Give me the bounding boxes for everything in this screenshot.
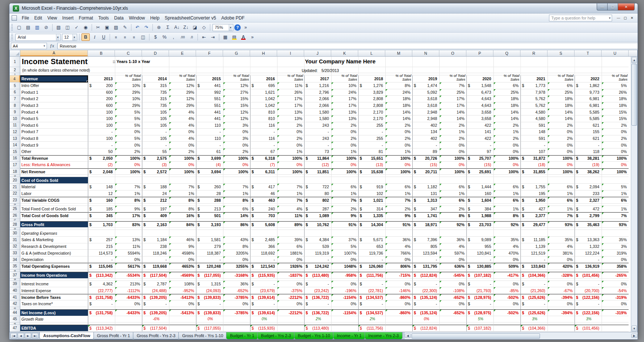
- cell-p41[interactable]: $(128,975): [466, 294, 493, 301]
- cell-i1[interactable]: [277, 57, 304, 67]
- cell-g4[interactable]: % of TotalSales: [223, 75, 250, 82]
- cell-p6[interactable]: 6,473: [466, 89, 493, 96]
- cell-b37[interactable]: $(113,342): [88, 272, 115, 279]
- select-all-corner[interactable]: [10, 50, 20, 56]
- cell-j44[interactable]: $(136,722): [304, 309, 331, 316]
- cell-p13[interactable]: 422: [466, 135, 493, 142]
- cell-h1[interactable]: [250, 57, 277, 67]
- cell-q4[interactable]: % of TotalSales: [493, 75, 520, 82]
- row-header-35[interactable]: 35: [10, 263, 20, 270]
- cell-b47[interactable]: $(113,342): [88, 325, 115, 332]
- cell-n20[interactable]: [412, 177, 439, 184]
- cell-d30[interactable]: [142, 230, 169, 237]
- column-header-h[interactable]: H: [250, 50, 277, 56]
- cell-f11[interactable]: 110: [196, 122, 223, 129]
- undo-icon[interactable]: ↶: [133, 24, 142, 31]
- cell-f13[interactable]: 110: [196, 135, 223, 142]
- cell-d44[interactable]: $(139,205): [142, 309, 169, 316]
- cell-d6[interactable]: 735: [142, 89, 169, 96]
- cell-f22[interactable]: 28: [196, 190, 223, 197]
- cell-m30[interactable]: [385, 230, 412, 237]
- cell-a44[interactable]: Net Income (Loss): [20, 309, 88, 316]
- sort-ascending-icon[interactable]: A↓: [173, 24, 181, 31]
- cell-k5[interactable]: 10%: [331, 82, 358, 89]
- cell-i45[interactable]: [277, 316, 304, 323]
- cell-k14[interactable]: 0%: [331, 142, 358, 148]
- cell-m17[interactable]: 0%: [385, 162, 412, 168]
- column-header-s[interactable]: S: [547, 50, 575, 56]
- cell-c12[interactable]: 0%: [115, 129, 142, 135]
- cell-i14[interactable]: 0%: [277, 142, 304, 148]
- cell-o12[interactable]: 1%: [439, 129, 466, 135]
- cell-j30[interactable]: [304, 230, 331, 237]
- chart-wizard-icon[interactable]: ◪: [191, 24, 199, 31]
- cell-t15[interactable]: 118: [575, 148, 602, 155]
- cell-u4[interactable]: % of TotalSales: [602, 75, 629, 82]
- cell-s6[interactable]: 25%: [547, 89, 575, 96]
- cell-m23[interactable]: 7%: [385, 197, 412, 204]
- cell-t12[interactable]: 155: [575, 129, 602, 135]
- cell-m26[interactable]: 9%: [385, 212, 412, 219]
- cell-c9[interactable]: 5%: [115, 109, 142, 116]
- cell-e32[interactable]: 9%: [169, 243, 196, 250]
- cell-l20[interactable]: [358, 177, 385, 184]
- cell-n34[interactable]: -: [412, 256, 439, 263]
- cell-e6[interactable]: 29%: [169, 89, 196, 96]
- cell-e12[interactable]: 0%: [169, 129, 196, 135]
- cell-o10[interactable]: 14%: [439, 116, 466, 122]
- cell-e22[interactable]: 1%: [169, 190, 196, 197]
- column-header-c[interactable]: C: [115, 50, 142, 56]
- print-icon[interactable]: ▧: [54, 24, 63, 31]
- cell-q26[interactable]: 8%: [493, 212, 520, 219]
- title-bar[interactable]: X Microsoft Excel - Financials--Comprehe…: [9, 3, 638, 14]
- cell-d14[interactable]: -: [142, 142, 169, 148]
- increase-decimal-button[interactable]: .00: [178, 33, 187, 41]
- cell-e21[interactable]: 7%: [169, 184, 196, 190]
- cell-u12[interactable]: 0%: [602, 129, 629, 135]
- cell-b6[interactable]: 600: [88, 89, 115, 96]
- cell-b22[interactable]: 12: [88, 190, 115, 197]
- cell-o2[interactable]: [439, 67, 466, 73]
- cell-o47[interactable]: [439, 325, 466, 332]
- cell-q21[interactable]: 6%: [493, 184, 520, 190]
- cell-c15[interactable]: 2%: [115, 148, 142, 155]
- cell-g30[interactable]: [223, 230, 250, 237]
- cell-u42[interactable]: 0%: [602, 300, 629, 307]
- cell-l42[interactable]: $-: [358, 300, 385, 307]
- cell-s18[interactable]: 100%: [547, 168, 575, 175]
- cell-r25[interactable]: $427: [520, 206, 547, 213]
- cell-e11[interactable]: 4%: [169, 122, 196, 129]
- row-header-40[interactable]: 40: [10, 287, 20, 294]
- cell-p22[interactable]: 160: [466, 190, 493, 197]
- cell-q2[interactable]: [493, 67, 520, 73]
- cell-h10[interactable]: 810: [250, 116, 277, 122]
- cell-i28[interactable]: 89%: [277, 221, 304, 228]
- formatting-toolbar-options-icon[interactable]: »: [248, 33, 256, 41]
- cell-b14[interactable]: -: [88, 142, 115, 148]
- cell-l37[interactable]: $(111,756): [358, 272, 385, 279]
- cell-h18[interactable]: $6,311: [250, 168, 277, 175]
- spelling-icon[interactable]: ✓: [72, 24, 81, 31]
- permission-icon[interactable]: ⊘: [42, 24, 50, 31]
- cell-f47[interactable]: $(117,055): [196, 325, 223, 332]
- cell-o25[interactable]: 2%: [439, 206, 466, 213]
- cell-c16[interactable]: 100%: [115, 155, 142, 162]
- cell-f37[interactable]: $(117,055): [196, 272, 223, 279]
- cell-b13[interactable]: 100: [88, 135, 115, 142]
- cell-c30[interactable]: [115, 230, 142, 237]
- cell-m40[interactable]: -146%: [385, 287, 412, 294]
- cell-t9[interactable]: 5,585: [575, 109, 602, 116]
- cell-p16[interactable]: $25,707: [466, 155, 493, 162]
- cell-k15[interactable]: 1%: [331, 148, 358, 155]
- cell-b32[interactable]: 215: [88, 243, 115, 250]
- menu-view[interactable]: View: [45, 14, 60, 22]
- cell-u44[interactable]: -319%: [602, 309, 629, 316]
- cell-i7[interactable]: 17%: [277, 96, 304, 102]
- cell-q28[interactable]: 92%: [493, 221, 520, 228]
- cell-h31[interactable]: $2,485: [250, 237, 277, 243]
- cell-p40[interactable]: (21,793): [466, 287, 493, 294]
- cell-r30[interactable]: [520, 230, 547, 237]
- cell-o5[interactable]: 7%: [439, 82, 466, 89]
- cell-g12[interactable]: 0%: [223, 129, 250, 135]
- cell-h33[interactable]: 118,692: [250, 250, 277, 256]
